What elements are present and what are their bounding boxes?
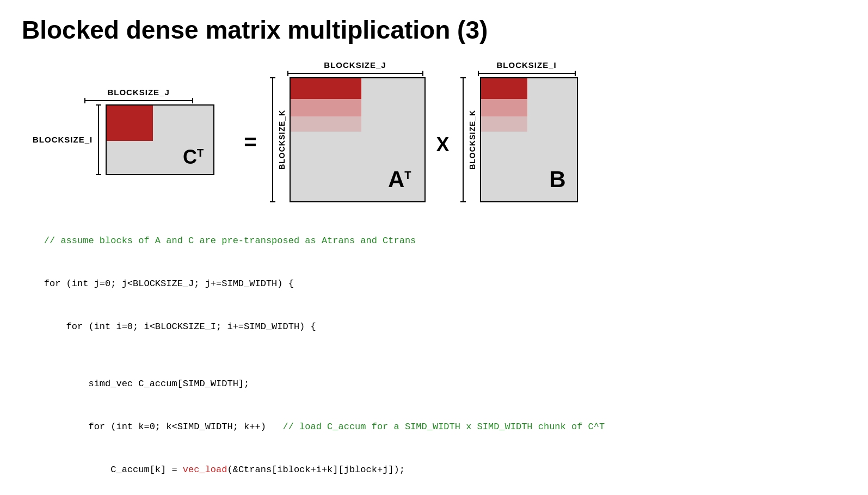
matrix-c-highlight [107, 106, 153, 141]
blocksize-i-label-b: BLOCKSIZE_I [496, 60, 556, 70]
diagram-area: BLOCKSIZE_J BLOCKSIZE_I [22, 60, 846, 202]
code-line3 [22, 349, 846, 363]
matrix-a-highlight-2 [291, 99, 361, 116]
matrix-c-label: CT [183, 146, 204, 169]
blocksize-j-label-a: BLOCKSIZE_J [324, 60, 386, 70]
equals-sign: = [244, 130, 256, 154]
matrix-a-wrapper: BLOCKSIZE_J BLOCKSIZE_K [270, 60, 426, 202]
matrix-a-label: AT [388, 166, 411, 193]
matrix-b: B [480, 77, 578, 202]
blocksize-i-label-c: BLOCKSIZE_I [33, 135, 93, 144]
matrix-a: AT [290, 77, 426, 202]
blocksize-k-label-b: BLOCKSIZE_K [468, 110, 477, 170]
code-line6: C_accum[k] = vec_load(&Ctrans[iblock+i+k… [22, 449, 846, 492]
matrix-a-highlight-3 [291, 116, 361, 132]
matrix-c: CT [106, 104, 214, 175]
times-sign: X [436, 133, 450, 156]
code-line1: for (int j=0; j<BLOCKSIZE_J; j+=SIMD_WID… [22, 263, 846, 306]
code-line5: for (int k=0; k<SIMD_WIDTH; k++) // load… [22, 406, 846, 449]
matrix-b-wrapper: BLOCKSIZE_I BLOCKSIZE_K [460, 60, 578, 202]
matrix-a-highlight-1 [291, 78, 361, 99]
matrix-b-highlight-2 [481, 99, 527, 116]
code-comment1: // assume blocks of A and C are pre-tran… [22, 220, 846, 263]
code-line4: simd_vec C_accum[SIMD_WIDTH]; [22, 363, 846, 406]
code-area: // assume blocks of A and C are pre-tran… [22, 220, 846, 495]
code-line7 [22, 492, 846, 495]
matrix-b-highlight-1 [481, 78, 527, 99]
matrix-b-label: B [549, 166, 565, 193]
blocksize-k-label-a: BLOCKSIZE_K [278, 110, 286, 170]
matrix-c-wrapper: BLOCKSIZE_J BLOCKSIZE_I [33, 88, 214, 175]
page-title: Blocked dense matrix multiplication (3) [22, 16, 846, 44]
code-line2: for (int i=0; i<BLOCKSIZE_I; i+=SIMD_WID… [22, 306, 846, 349]
blocksize-j-label-c: BLOCKSIZE_J [107, 88, 169, 97]
matrix-b-highlight-3 [481, 116, 527, 132]
